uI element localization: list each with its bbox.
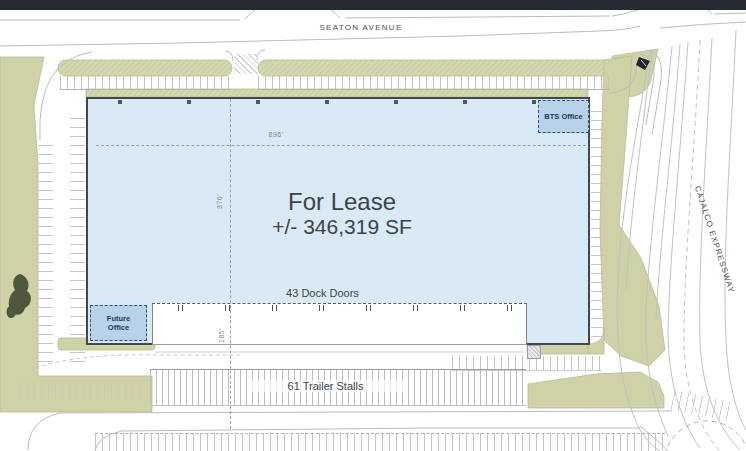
bts-office-label: BTS Office	[544, 112, 582, 121]
roundabout	[664, 421, 746, 451]
dimension-truck-court-label: 185'	[218, 320, 225, 352]
for-lease-title: For Lease	[192, 188, 492, 216]
future-office-box: Future Office	[90, 305, 147, 341]
parking-row-southwest	[20, 383, 146, 399]
utility-pad	[527, 345, 541, 359]
parking-row-top-west	[60, 76, 230, 90]
site-plan: BTS Office Future Office 896' 370' 185' …	[0, 0, 746, 451]
parking-row-east	[591, 105, 604, 337]
parking-row-west-inner	[70, 112, 85, 362]
dock-door-markers	[157, 305, 522, 311]
parking-row-top-east	[258, 76, 610, 90]
future-office-label-line2: Office	[108, 323, 129, 332]
trailer-stalls-label: 61 Trailer Stalls	[248, 380, 403, 392]
parking-row-bottom-road	[95, 433, 665, 451]
parking-row-west-outer	[38, 140, 53, 362]
window-top-bar	[0, 0, 746, 10]
dimension-line-width	[96, 145, 586, 146]
bts-office-box: BTS Office	[538, 100, 589, 133]
roof-tick-marks	[118, 100, 558, 104]
dimension-line-depth	[230, 99, 231, 429]
entrance-crosswalk	[234, 54, 258, 74]
future-office-label-line1: Future	[107, 314, 130, 323]
dock-apron	[152, 303, 527, 345]
dimension-width-label: 896'	[250, 131, 302, 138]
dock-doors-label: 43 Dock Doors	[250, 287, 395, 299]
seaton-avenue-label: SEATON AVENUE	[296, 23, 426, 32]
lease-size-label: +/- 346,319 SF	[192, 215, 492, 239]
